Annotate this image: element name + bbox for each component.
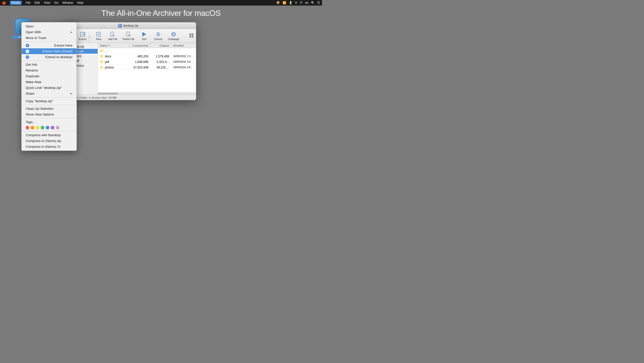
share-arrow: ▶ xyxy=(70,92,72,95)
menubar-view[interactable]: View xyxy=(44,1,50,5)
file-row-photos[interactable]: 📁 photos 37,632,938 38,232,... 19/04/201… xyxy=(98,65,196,70)
ctx-sep-2 xyxy=(22,61,76,61)
ctx-share[interactable]: Share ▶ xyxy=(22,91,76,96)
col-compressed[interactable]: Compressed xyxy=(130,43,150,48)
ctx-compress-zip[interactable]: Compress to (Name).zip xyxy=(22,138,76,144)
ctx-duplicate[interactable]: Duplicate xyxy=(22,73,76,79)
codepage-icon xyxy=(171,31,177,37)
file-icon-parent: 📁 xyxy=(100,49,104,53)
col-original[interactable]: Original xyxy=(150,43,171,48)
ctx-move-to-trash[interactable]: Move to Trash xyxy=(22,35,76,41)
extract-icon xyxy=(80,31,86,37)
add-file-icon xyxy=(110,31,116,37)
new-icon xyxy=(96,31,102,37)
menu-icon[interactable]: ☰ xyxy=(317,1,320,5)
ctx-sep-6 xyxy=(22,131,76,131)
archive-window: 🗜 desktop.zip Open xyxy=(60,22,196,100)
file-list-header: Name ▲ Compressed Original Modified xyxy=(98,43,196,48)
context-menu: Open Open With ▶ Move to Trash + Extract… xyxy=(21,22,77,151)
dropbox-icon[interactable]: 📦 xyxy=(276,1,280,5)
col-modified[interactable]: Modified xyxy=(171,43,196,48)
extract-dropdown-arrow[interactable]: ▼ xyxy=(89,32,91,42)
svg-rect-22 xyxy=(192,33,193,35)
toolbar-view-toggle[interactable] xyxy=(189,33,194,39)
col-name[interactable]: Name ▲ xyxy=(98,43,130,48)
add-file-label: Add File xyxy=(108,38,117,41)
ctx-show-view-options[interactable]: Show View Options xyxy=(22,112,76,117)
file-icon-photos: 📁 xyxy=(100,66,104,69)
font-icon[interactable]: A xyxy=(295,1,297,5)
ctx-extract-to-desktop[interactable]: + Extract to desktop/ xyxy=(22,54,76,60)
toolbar-codepage-btn[interactable]: Codepage xyxy=(166,30,181,42)
tag-yellow[interactable] xyxy=(36,126,39,129)
svg-marker-12 xyxy=(143,32,146,36)
ctx-extract-here[interactable]: + Extract Here xyxy=(22,43,76,48)
file-row-pdf[interactable]: 📁 pdf 1,838,696 2,322,4... 19/04/2018, 6… xyxy=(98,59,196,65)
delete-file-icon xyxy=(126,31,132,37)
tag-purple[interactable] xyxy=(51,126,54,129)
ctx-get-info[interactable]: Get Info xyxy=(22,62,76,67)
open-with-arrow: ▶ xyxy=(70,31,72,33)
window-title-icon: 🗜 xyxy=(118,24,122,27)
ctx-open-with[interactable]: Open With ▶ xyxy=(22,29,76,35)
tag-red[interactable] xyxy=(26,126,29,129)
page-title: The All-in-One Archiver for macOS xyxy=(0,9,322,18)
file-list-body: 📁 .. 📁 docs 465,203 1,579,499 16/05/201 xyxy=(98,48,196,92)
ctx-rename[interactable]: Rename xyxy=(22,67,76,73)
ctx-quick-look[interactable]: Quick Look "desktop.zip" xyxy=(22,85,76,91)
tag-green[interactable] xyxy=(41,126,44,129)
tag-gray[interactable] xyxy=(56,126,59,129)
toolbar-add-file-btn[interactable]: Add File xyxy=(106,30,119,42)
ctx-clean-up[interactable]: Clean Up Selection xyxy=(22,106,76,112)
ctx-sep-5 xyxy=(22,118,76,118)
menubar-file[interactable]: File xyxy=(26,1,30,5)
menubar-window[interactable]: Window xyxy=(62,1,73,5)
ctx-copy[interactable]: Copy "desktop.zip" xyxy=(22,98,76,104)
toolbar-delete-file-btn[interactable]: Delete File xyxy=(120,30,137,42)
horizontal-scrollbar[interactable] xyxy=(98,92,196,94)
file-icon-pdf: 📁 xyxy=(100,60,104,64)
window-toolbar: Open Extract ▼ xyxy=(61,29,196,43)
ctx-open[interactable]: Open xyxy=(22,23,76,29)
tag-blue[interactable] xyxy=(46,126,49,129)
toolbar-column-btn[interactable]: Column xyxy=(152,30,165,42)
toolbar-new-btn[interactable]: New xyxy=(92,30,105,42)
ctx-sep-3 xyxy=(22,97,76,97)
ctx-compress-bandizip[interactable]: Compress with Bandizip xyxy=(22,132,76,138)
search-icon[interactable]: 🔍 xyxy=(311,1,315,5)
ctx-make-alias[interactable]: Make Alias xyxy=(22,79,76,85)
toolbar-extract-group: Extract ▼ xyxy=(77,30,91,42)
svg-rect-21 xyxy=(189,33,191,35)
menubar-go[interactable]: Go xyxy=(54,1,58,5)
svg-rect-24 xyxy=(192,36,193,38)
menubar-right: 📦 📶 🔋 A ⏱ en 🔍 ☰ xyxy=(276,1,320,5)
time-icon: ⏱ xyxy=(300,1,303,5)
extract-smart-icon: + xyxy=(26,50,29,53)
battery-icon[interactable]: 🔋 xyxy=(289,1,293,5)
window-title: 🗜 desktop.zip xyxy=(118,24,138,27)
horizontal-scroll-thumb[interactable] xyxy=(98,93,118,94)
toolbar-extract-btn[interactable]: Extract xyxy=(77,30,89,42)
menubar-edit[interactable]: Edit xyxy=(34,1,40,5)
ctx-extract-here-smart[interactable]: + Extract Here (Smart) xyxy=(22,48,76,54)
file-icon-docs: 📁 xyxy=(100,55,104,58)
window-file-list: Name ▲ Compressed Original Modified 📁 xyxy=(98,43,196,94)
codepage-label: Codepage xyxy=(168,38,179,41)
apple-menu[interactable]: 🍎 xyxy=(2,1,6,5)
ctx-compress-7z[interactable]: Compress to (Name).7z xyxy=(22,144,76,150)
toolbar-test-btn[interactable]: Test xyxy=(138,30,151,42)
menubar-help[interactable]: Help xyxy=(77,1,84,5)
wifi-icon[interactable]: 📶 xyxy=(283,1,286,5)
language-indicator[interactable]: en xyxy=(305,1,308,5)
svg-rect-23 xyxy=(189,36,191,38)
ctx-tags-row xyxy=(22,125,76,130)
file-row-parent[interactable]: 📁 .. xyxy=(98,48,196,54)
menubar-finder[interactable]: Finder xyxy=(10,1,22,5)
extract-here-icon: + xyxy=(26,44,29,47)
new-label: New xyxy=(96,38,101,41)
file-row-docs[interactable]: 📁 docs 465,203 1,579,499 16/05/2018, 1:3… xyxy=(98,54,196,59)
ctx-tags-label[interactable]: Tags... xyxy=(22,119,76,125)
window-titlebar: 🗜 desktop.zip xyxy=(61,22,196,29)
ctx-sep-1 xyxy=(22,42,76,42)
tag-orange[interactable] xyxy=(31,126,34,129)
